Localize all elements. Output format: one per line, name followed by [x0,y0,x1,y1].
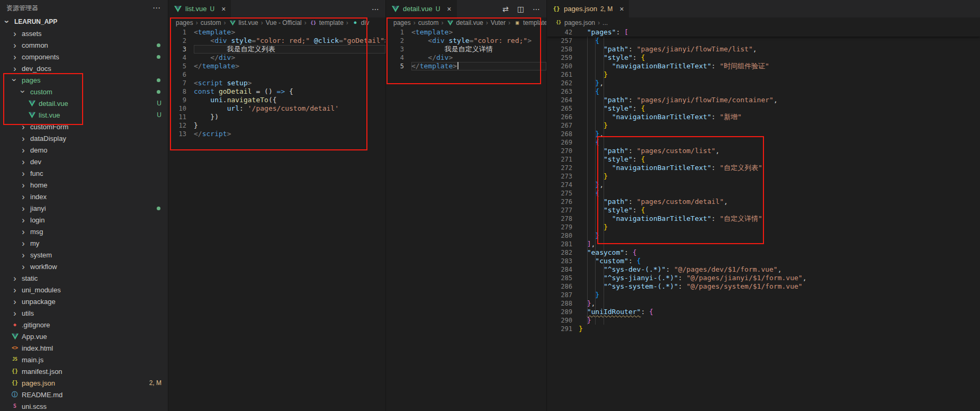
line-content[interactable]: </template> [194,62,385,70]
line-content[interactable]: "style": { [579,104,980,113]
breadcrumb-item-pages[interactable]: pages [176,19,193,26]
tree-item-readme-md[interactable]: ⓘREADME.md [0,389,168,400]
breadcrumb-item-list-vue[interactable]: list.vue [228,19,258,26]
line-content[interactable]: "pages": [ [579,28,980,37]
line-content[interactable]: { [579,87,980,96]
tree-item-index-html[interactable]: <>index.html [0,342,168,354]
close-icon[interactable]: × [447,5,451,13]
tree-item-detail-vue[interactable]: detail.vueU [0,97,168,109]
code-editor[interactable]: 42 "pages": [257 {258 "path": "pages/jia… [547,28,980,411]
tree-item-static[interactable]: ›static [0,272,168,284]
breadcrumb-item-detail-vue[interactable]: detail.vue [446,19,483,26]
tree-item-login[interactable]: ›login [0,214,168,226]
line-content[interactable]: }, [579,130,980,138]
line-content[interactable]: } [579,291,980,299]
breadcrumb-item-vuter[interactable]: Vuter [491,19,506,26]
code-editor[interactable]: 1<template>2 <div style="color: red;">3 … [386,28,546,411]
line-content[interactable]: uni.navigateTo({ [194,96,385,104]
line-content[interactable]: }, [579,181,980,189]
tree-item-unpackage[interactable]: ›unpackage [0,296,168,307]
line-content[interactable]: 我是自定义列表 [194,45,385,53]
line-content[interactable]: "^sys-dev-(.*)": "@/pages/dev/$1/form.vu… [579,265,980,274]
line-content[interactable]: "navigationBarTitleText": "新增" [579,113,980,121]
tree-item-pages[interactable]: ›pages [0,74,168,86]
line-content[interactable]: <div style="color: red;"> [411,37,546,45]
line-content[interactable]: }) [194,113,385,121]
breadcrumb-item-div[interactable]: ●div [351,19,369,26]
line-content[interactable]: } [579,172,980,181]
line-content[interactable]: "path": "pages/custom/detail", [579,198,980,206]
more-actions-icon[interactable]: ⋯ [372,5,379,13]
line-content[interactable]: "uniIdRouter": { [579,308,980,316]
tree-item-my[interactable]: ›my [0,237,168,249]
line-content[interactable]: "navigationBarTitleText": "自定义详情" [579,215,980,223]
tree-item-common[interactable]: ›common [0,39,168,51]
line-content[interactable]: </script> [194,130,385,138]
tree-item-demo[interactable]: ›demo [0,144,168,156]
breadcrumb-item-pages-json[interactable]: {}pages.json [554,19,595,26]
line-content[interactable]: </template> [411,62,546,70]
line-content[interactable]: <template> [411,28,546,37]
line-content[interactable]: <template> [194,28,385,37]
line-content[interactable]: } [194,121,385,130]
breadcrumb-item-[interactable]: ... [603,19,608,26]
tab-detail-vue[interactable]: detail.vueU× [386,0,457,17]
breadcrumb-item-pages[interactable]: pages [393,19,411,26]
tab-list-vue[interactable]: list.vueU× [168,0,231,17]
tree-item-list-vue[interactable]: list.vueU [0,109,168,121]
line-content[interactable]: "path": "pages/custom/list", [579,147,980,155]
breadcrumb-item-custom[interactable]: custom [201,19,221,26]
line-content[interactable]: } [579,231,980,240]
line-content[interactable]: "custom": { [579,257,980,265]
tree-item-app-vue[interactable]: App.vue [0,330,168,342]
line-content[interactable]: } [579,316,980,325]
line-content[interactable]: } [579,325,980,333]
close-icon[interactable]: × [221,5,226,13]
line-content[interactable]: } [579,223,980,231]
line-content[interactable]: url: '/pages/custom/detail' [194,104,385,113]
line-content[interactable]: ], [579,240,980,248]
line-content[interactable]: "^sys-system-(.*)": "@/pages/system/$1/f… [579,282,980,291]
compare-icon[interactable]: ⇄ [502,5,509,13]
tree-item-index[interactable]: ›index [0,191,168,202]
code-editor[interactable]: 1<template>2 <div style="color: red;" @c… [168,28,385,411]
breadcrumb-item-vue-official[interactable]: Vue - Official [266,19,302,26]
tree-item-func[interactable]: ›func [0,167,168,179]
line-content[interactable]: "navigationBarTitleText": "时间组件验证" [579,62,980,70]
line-content[interactable]: } [579,121,980,130]
line-content[interactable]: }, [579,299,980,308]
tree-item-pages-json[interactable]: {}pages.json2, M [0,377,168,389]
tree-item-manifest-json[interactable]: {}manifest.json [0,365,168,377]
line-content[interactable]: { [579,189,980,198]
tree-item-dev[interactable]: ›dev [0,156,168,167]
tree-item-dev-docs[interactable]: ›dev_docs [0,62,168,74]
line-content[interactable] [194,70,385,79]
tree-item-datadisplay[interactable]: ›dataDisplay [0,132,168,144]
tree-item-components[interactable]: ›components [0,51,168,62]
line-content[interactable]: </div> [411,53,546,62]
line-content[interactable]: <div style="color: red;" @click="goDetai… [194,37,385,45]
line-content[interactable]: "style": { [579,206,980,215]
tree-item-home[interactable]: ›home [0,179,168,191]
tree-item-customform[interactable]: ›customForm [0,121,168,132]
line-content[interactable]: "path": "pages/jianyi/flowTime/list", [579,45,980,53]
tree-root-learun-app[interactable]: › LEARUN_APP [0,16,168,28]
tree-item-system[interactable]: ›system [0,249,168,261]
tree-item-uni-modules[interactable]: ›uni_modules [0,284,168,296]
line-content[interactable]: </div> [194,53,385,62]
line-content[interactable]: "style": { [579,155,980,164]
tree-item-custom[interactable]: ›custom [0,86,168,97]
line-content[interactable]: "navigationBarTitleText": "自定义列表" [579,164,980,172]
line-content[interactable]: } [579,70,980,79]
tree-item-jianyi[interactable]: ›jianyi [0,202,168,214]
line-content[interactable]: "style": { [579,53,980,62]
tree-item-main-js[interactable]: JSmain.js [0,354,168,365]
breadcrumb-item-template[interactable]: ▣template [513,19,546,26]
line-content[interactable]: "path": "pages/jianyi/flowTime/container… [579,96,980,104]
line-content[interactable]: <script setup> [194,79,385,87]
line-content[interactable]: "easycom": { [579,248,980,257]
tree-item-assets[interactable]: ›assets [0,28,168,39]
line-content[interactable]: const goDetail = () => { [194,87,385,96]
split-editor-icon[interactable]: ◫ [517,5,524,13]
close-icon[interactable]: × [619,5,624,13]
